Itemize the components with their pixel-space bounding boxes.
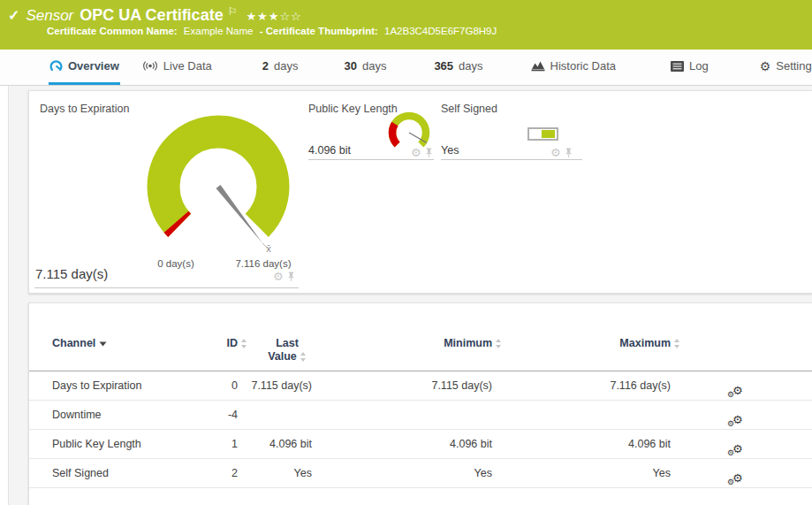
gauge-b-actions: ⚙ (411, 147, 433, 158)
tab-historic-data[interactable]: Historic Data (530, 50, 617, 85)
pin-icon[interactable] (287, 272, 295, 282)
self-signed-indicator-knob (542, 130, 555, 138)
status-ok-icon: ✓ (8, 7, 19, 24)
table-row[interactable]: Days to Expiration 0 7.115 day(s) 7.115 … (29, 371, 812, 401)
cell-minimum: Yes (312, 467, 492, 479)
column-header-minimum[interactable]: Minimum (312, 335, 492, 371)
tab-settings-label: Settings (776, 59, 812, 73)
cell-channel: Downtime (52, 409, 213, 421)
tab-overview-label: Overview (68, 59, 119, 73)
gauge-title-self-signed: Self Signed (441, 103, 497, 115)
cell-minimum: 4.096 bit (312, 438, 492, 450)
tab-overview[interactable]: Overview (49, 50, 120, 85)
divider (441, 159, 582, 160)
cell-channel: Days to Expiration (52, 379, 213, 392)
table-row[interactable]: Downtime -4 ⚙⚙ (29, 401, 812, 430)
table-row[interactable]: Public Key Length 1 4.096 bit 4.096 bit … (29, 430, 812, 459)
public-key-length-value: 4.096 bit (308, 144, 351, 157)
public-key-length-gauge (384, 109, 436, 151)
tab-log-label: Log (689, 59, 709, 73)
tab-365-days-label: days (459, 59, 482, 73)
table-row[interactable]: Self Signed 2 Yes Yes Yes ⚙⚙ (29, 459, 812, 488)
tab-365-days[interactable]: 365 days (433, 50, 483, 85)
channels-table-panel: Channel ID Last Value Minimum Maximum (28, 302, 812, 505)
cell-last-value: Yes (238, 467, 312, 479)
tab-live-data[interactable]: Live Data (141, 50, 213, 85)
tab-30-days-number: 30 (344, 59, 356, 73)
mean-marker: x̄ (266, 243, 271, 254)
cell-maximum: Yes (492, 467, 671, 479)
pin-icon[interactable] (565, 148, 573, 158)
channel-gear-icon[interactable]: ⚙ (550, 147, 561, 158)
channel-gear-icon[interactable]: ⚙ (411, 147, 421, 158)
gauge-icon (49, 59, 63, 73)
stars-empty: ☆☆ (279, 10, 301, 23)
stars-filled: ★★★ (246, 10, 279, 23)
tab-settings[interactable]: ⚙ Settings (759, 50, 812, 85)
column-header-id[interactable]: ID (213, 335, 238, 371)
cell-id: -4 (213, 409, 238, 421)
tab-2-days-label: days (274, 59, 298, 73)
gauge-c-actions: ⚙ (550, 147, 573, 158)
tab-bar: Overview Live Data 2 days 30 days 365 da… (0, 50, 812, 86)
tab-365-days-number: 365 (434, 59, 453, 73)
overview-gauges-panel: Days to Expiration x̄ 0 day(s) 7.116 day… (28, 90, 812, 294)
tab-log[interactable]: Log (670, 50, 710, 85)
self-signed-value: Yes (441, 144, 459, 157)
gauge-a-actions: ⚙ (273, 271, 295, 282)
tab-30-days-label: days (362, 59, 386, 73)
days-to-expiration-value: 7.115 day(s) (35, 266, 108, 281)
gear-icon: ⚙ (760, 60, 771, 73)
log-list-icon (671, 61, 684, 72)
channel-gear-icon[interactable]: ⚙ (273, 271, 284, 282)
common-name-label: Certificate Common Name: (47, 26, 178, 36)
tab-historic-data-label: Historic Data (550, 59, 616, 73)
self-signed-indicator (527, 127, 558, 141)
cell-maximum: 4.096 bit (492, 438, 671, 450)
cell-channel: Public Key Length (52, 438, 213, 450)
cell-maximum: 7.116 day(s) (492, 379, 671, 392)
page-title: OPC UA Certificate (80, 6, 223, 25)
cell-last-value: 7.115 day(s) (238, 379, 312, 392)
gauge-max-label: 7.116 day(s) (231, 258, 296, 269)
tab-live-data-label: Live Data (163, 59, 212, 73)
gauge-title-days-to-expiration: Days to Expiration (40, 103, 129, 115)
cell-id: 2 (213, 467, 238, 479)
tab-2-days-number: 2 (262, 59, 269, 73)
tab-2-days[interactable]: 2 days (262, 50, 300, 85)
object-type-label: Sensor (26, 7, 73, 25)
cell-channel: Self Signed (52, 467, 213, 479)
tab-30-days[interactable]: 30 days (343, 50, 387, 85)
divider (308, 159, 434, 160)
sort-icon (300, 352, 307, 362)
common-name-value: Example Name (184, 26, 254, 36)
gauge-min-label: 0 day(s) (148, 258, 204, 269)
pin-icon[interactable] (425, 148, 433, 158)
page-content: Days to Expiration x̄ 0 day(s) 7.116 day… (8, 86, 812, 505)
cell-last-value: 4.096 bit (238, 438, 312, 450)
days-to-expiration-gauge: x̄ (142, 111, 294, 263)
sensor-title-row: ✓ Sensor OPC UA Certificate ⚐ ★★★☆☆ (0, 0, 812, 25)
cell-id: 1 (213, 438, 238, 450)
sensor-header: ✓ Sensor OPC UA Certificate ⚐ ★★★☆☆ Cert… (0, 0, 812, 50)
priority-stars[interactable]: ★★★☆☆ (246, 10, 301, 23)
column-header-channel[interactable]: Channel (52, 335, 213, 371)
historic-chart-icon (531, 60, 545, 72)
flag-icon[interactable]: ⚐ (228, 5, 238, 18)
sensor-subtitle: Certificate Common Name: Example Name - … (0, 25, 812, 36)
table-header-row: Channel ID Last Value Minimum Maximum (29, 335, 812, 371)
thumbprint-label: - Certificate Thumbprint: (260, 26, 378, 36)
thumbprint-value: 1A2B3C4D5E6F7G8H9J (384, 26, 497, 36)
cell-minimum: 7.115 day(s) (312, 379, 492, 392)
divider (34, 287, 299, 288)
column-header-maximum[interactable]: Maximum (492, 335, 671, 371)
cell-id: 0 (213, 379, 238, 392)
sort-desc-icon (99, 341, 107, 347)
column-header-last-value[interactable]: Last Value (238, 335, 312, 371)
broadcast-icon (142, 60, 158, 72)
